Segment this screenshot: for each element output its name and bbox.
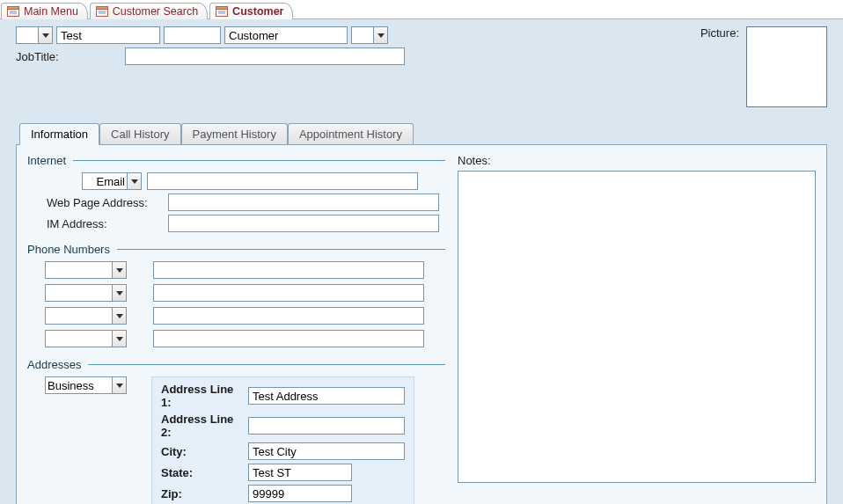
picture-label: Picture: bbox=[700, 26, 739, 40]
svg-marker-12 bbox=[42, 33, 49, 38]
addr-state-input[interactable] bbox=[248, 464, 352, 481]
phone-type-input[interactable] bbox=[46, 331, 112, 347]
web-input[interactable] bbox=[168, 194, 439, 211]
dropdown-icon[interactable] bbox=[112, 377, 126, 393]
phone-type-input[interactable] bbox=[46, 308, 112, 324]
addr-line2-label: Address Line 2: bbox=[161, 413, 245, 439]
svg-rect-9 bbox=[216, 7, 228, 10]
window-tab-label: Customer bbox=[232, 5, 283, 18]
phone-type-combo[interactable] bbox=[45, 330, 127, 347]
addr-zip-input[interactable] bbox=[248, 485, 352, 502]
form-icon bbox=[96, 6, 108, 17]
last-name-input[interactable] bbox=[224, 26, 348, 44]
svg-marker-18 bbox=[116, 337, 123, 341]
window-tab-label: Main Menu bbox=[24, 5, 78, 18]
tab-call-history[interactable]: Call History bbox=[99, 123, 180, 144]
tab-information[interactable]: Information bbox=[19, 123, 99, 145]
im-label: IM Address: bbox=[47, 217, 163, 230]
window-tab-label: Customer Search bbox=[113, 5, 198, 18]
addr-state-label: State: bbox=[161, 466, 245, 479]
form-icon bbox=[216, 6, 228, 17]
window-tab-bar: Main Menu Customer Search Customer bbox=[0, 0, 843, 19]
im-input[interactable] bbox=[168, 215, 439, 232]
inner-tab-strip: Information Call History Payment History… bbox=[19, 123, 827, 144]
phone-number-input[interactable] bbox=[153, 330, 424, 347]
phone-type-input[interactable] bbox=[46, 285, 112, 301]
suffix-combo[interactable] bbox=[351, 26, 388, 44]
email-input[interactable] bbox=[147, 172, 418, 190]
phone-type-combo[interactable] bbox=[45, 307, 127, 325]
address-section: Addresses Address Line 1: Address Line 2… bbox=[27, 358, 445, 504]
addr-line1-label: Address Line 1: bbox=[161, 383, 245, 409]
svg-marker-17 bbox=[116, 314, 123, 318]
address-type-input[interactable] bbox=[46, 377, 112, 393]
dropdown-icon[interactable] bbox=[373, 27, 387, 43]
jobtitle-input[interactable] bbox=[125, 47, 405, 65]
svg-rect-1 bbox=[8, 7, 19, 10]
svg-rect-5 bbox=[96, 7, 107, 10]
internet-heading: Internet bbox=[27, 154, 66, 167]
addr-city-input[interactable] bbox=[248, 442, 405, 460]
dropdown-icon[interactable] bbox=[127, 173, 141, 189]
window-tab-main-menu[interactable]: Main Menu bbox=[1, 3, 88, 19]
phone-number-input[interactable] bbox=[153, 284, 424, 302]
first-name-input[interactable] bbox=[56, 26, 160, 44]
svg-marker-15 bbox=[116, 268, 123, 273]
phone-number-input[interactable] bbox=[153, 307, 424, 325]
address-type-combo[interactable] bbox=[45, 376, 127, 394]
window-tab-customer[interactable]: Customer bbox=[209, 3, 293, 19]
phone-number-input[interactable] bbox=[153, 261, 424, 279]
svg-marker-13 bbox=[378, 33, 385, 38]
phone-type-combo[interactable] bbox=[45, 284, 127, 302]
tab-appointment-history[interactable]: Appointment History bbox=[288, 123, 414, 144]
title-combo[interactable] bbox=[16, 26, 53, 44]
suffix-input[interactable] bbox=[352, 27, 373, 43]
window-tab-customer-search[interactable]: Customer Search bbox=[90, 3, 208, 19]
email-type-combo[interactable] bbox=[82, 172, 142, 190]
notes-textarea[interactable] bbox=[458, 171, 816, 483]
web-label: Web Page Address: bbox=[47, 196, 163, 209]
phone-type-input[interactable] bbox=[46, 262, 112, 278]
svg-marker-19 bbox=[116, 383, 123, 388]
svg-marker-14 bbox=[131, 179, 138, 184]
phone-section: Phone Numbers bbox=[27, 243, 445, 347]
picture-box[interactable] bbox=[746, 26, 827, 107]
address-card: Address Line 1: Address Line 2: City: St… bbox=[151, 376, 414, 504]
middle-name-input[interactable] bbox=[164, 26, 221, 44]
addr-line2-input[interactable] bbox=[248, 417, 405, 435]
phone-type-combo[interactable] bbox=[45, 261, 127, 279]
notes-label: Notes: bbox=[458, 154, 491, 167]
dropdown-icon[interactable] bbox=[112, 285, 126, 301]
addr-city-label: City: bbox=[161, 445, 245, 458]
svg-marker-16 bbox=[116, 291, 123, 296]
dropdown-icon[interactable] bbox=[38, 27, 52, 43]
tab-payment-history[interactable]: Payment History bbox=[181, 123, 288, 144]
dropdown-icon[interactable] bbox=[112, 262, 126, 278]
dropdown-icon[interactable] bbox=[112, 331, 126, 347]
addr-zip-label: Zip: bbox=[161, 487, 245, 500]
addr-line1-input[interactable] bbox=[248, 387, 405, 405]
form-icon bbox=[7, 6, 19, 17]
phone-heading: Phone Numbers bbox=[27, 243, 110, 256]
jobtitle-label: JobTitle: bbox=[16, 50, 121, 63]
internet-section: Internet Web Page A bbox=[27, 154, 445, 232]
dropdown-icon[interactable] bbox=[112, 308, 126, 324]
title-input[interactable] bbox=[17, 27, 38, 43]
address-heading: Addresses bbox=[27, 358, 81, 371]
email-type-input[interactable] bbox=[83, 173, 127, 189]
